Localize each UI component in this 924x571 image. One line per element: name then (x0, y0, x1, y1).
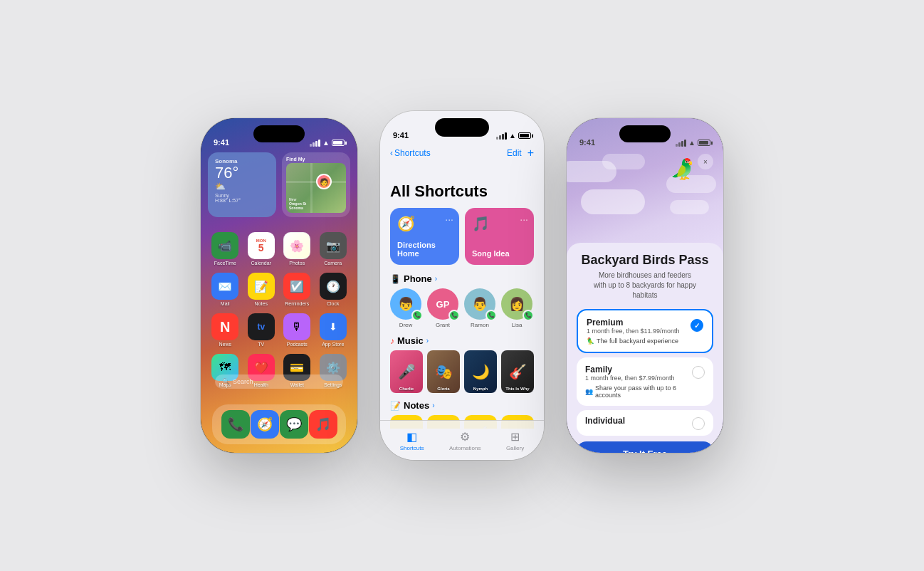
premium-feature-icon: 🦜 (587, 337, 594, 345)
grant-avatar: GP 📞 (427, 288, 458, 320)
app-reminders[interactable]: ☑️ Reminders (283, 273, 312, 306)
clock-label: Clock (327, 301, 340, 306)
dock-messages[interactable]: 💬 (280, 410, 308, 439)
music-cards: 🎤 Charlie 🎭 Gloria 🌙 Nymph 🎸 This Is Why (390, 350, 534, 393)
music-charlie[interactable]: 🎤 Charlie (390, 350, 423, 393)
directions-more-icon[interactable]: ··· (445, 214, 453, 225)
tab-shortcuts[interactable]: ◧ Shortcuts (400, 430, 424, 451)
contact-drew[interactable]: 👦 📞 Drew (390, 288, 421, 328)
family-plan-feature: 👥 Share your pass with up to 6 accounts (585, 384, 692, 399)
findmy-map: 🧑 New Oregon St Sonoma (286, 163, 346, 213)
app-news[interactable]: N News (211, 313, 240, 347)
birds-subtitle: More birdhouses and feeders with up to 8… (577, 271, 713, 300)
signal-icon-2 (496, 132, 507, 140)
news-icon: N (211, 313, 238, 340)
lisa-phone-badge: 📞 (523, 310, 534, 321)
song-icon: 🎵 (472, 215, 527, 232)
grant-name: Grant (436, 322, 450, 328)
contact-ramon[interactable]: 👨 📞 Ramon (464, 288, 495, 328)
notes-section-chevron[interactable]: › (432, 402, 434, 409)
phone-2-shell: 9:41 ▲ ‹ Shortcuts (380, 111, 544, 460)
weather-widget[interactable]: Sonoma 76° ⛅ Sunny H:88° L:57° (208, 152, 276, 217)
shortcuts-nav: ‹ Shortcuts Edit + (380, 142, 544, 162)
app-clock[interactable]: 🕐 Clock (319, 273, 348, 306)
family-feature-icon: 👥 (585, 388, 593, 395)
battery-icon-3 (698, 140, 710, 146)
charlie-label: Charlie (392, 387, 421, 391)
drew-phone-badge: 📞 (411, 310, 423, 321)
directions-icon: 🧭 (397, 215, 452, 232)
phone-1-screen: 9:41 ▲ Sonoma 76° ⛅ (201, 118, 357, 453)
premium-feature-text: The full backyard experience (597, 337, 678, 345)
family-plan-price: 1 month free, then $7.99/month (585, 374, 692, 382)
add-shortcut-button[interactable]: + (527, 147, 534, 159)
app-appstore[interactable]: ⬇ App Store (319, 313, 348, 347)
music-thisiswhy[interactable]: 🎸 This Is Why (501, 350, 534, 393)
song-idea-card[interactable]: 🎵 Song Idea ··· (465, 208, 534, 265)
camera-label: Camera (324, 261, 342, 266)
findmy-label: Find My (286, 157, 346, 162)
individual-plan-card[interactable]: Individual (577, 410, 713, 436)
family-plan-card[interactable]: Family 1 month free, then $7.99/month 👥 … (577, 357, 713, 406)
notes-label: Notes (255, 301, 268, 306)
premium-plan-card[interactable]: Premium 1 month free, then $11.99/month … (577, 309, 713, 353)
dock-music[interactable]: 🎵 (309, 410, 337, 439)
directions-home-card[interactable]: 🧭 Directions Home ··· (390, 208, 459, 265)
app-facetime[interactable]: 📹 FaceTime (211, 232, 240, 266)
automations-tab-icon: ⚙ (460, 430, 470, 444)
app-tv[interactable]: tv TV (247, 313, 276, 347)
status-icons-3: ▲ (676, 139, 710, 147)
tab-automations[interactable]: ⚙ Automations (449, 430, 481, 451)
lisa-avatar: 👩 📞 (501, 288, 532, 320)
dock-phone[interactable]: 📞 (221, 410, 250, 439)
tab-gallery[interactable]: ⊞ Gallery (506, 430, 524, 451)
app-notes[interactable]: 📝 Notes (247, 273, 276, 306)
drew-avatar: 👦 📞 (390, 288, 421, 320)
phone-section-title: Phone (404, 273, 432, 284)
song-more-icon[interactable]: ··· (520, 214, 528, 225)
search-bar[interactable]: 🔍 Search (215, 374, 343, 389)
shortcuts-content: All Shortcuts 🧭 Directions Home ··· 🎵 So… (380, 182, 544, 429)
notes-section-header: 📝 Notes › (390, 400, 534, 411)
premium-radio[interactable] (691, 319, 703, 332)
notes-section-title: Notes (404, 400, 429, 411)
birds-title: Backyard Birds Pass (577, 253, 713, 268)
mail-label: Mail (221, 301, 230, 306)
notes-icon: 📝 (248, 273, 275, 300)
app-podcasts[interactable]: 🎙 Podcasts (283, 313, 312, 347)
findmy-widget[interactable]: Find My 🧑 New Oregon St Sonoma (282, 152, 350, 217)
appstore-icon: ⬇ (320, 313, 347, 340)
phone-2-screen: 9:41 ▲ ‹ Shortcuts (380, 111, 544, 460)
app-camera[interactable]: 📷 Camera (319, 232, 348, 266)
close-button[interactable]: × (698, 154, 713, 169)
cloud-5 (670, 200, 709, 214)
phone-1-shell: 9:41 ▲ Sonoma 76° ⛅ (201, 118, 357, 453)
search-icon: 🔍 (222, 378, 230, 385)
music-gloria[interactable]: 🎭 Gloria (427, 350, 460, 393)
cloud-4 (581, 189, 645, 214)
back-button[interactable]: ‹ Shortcuts (390, 148, 431, 158)
calendar-icon: MON5 (248, 232, 275, 259)
music-section-chevron[interactable]: › (426, 337, 429, 345)
phone-section-chevron[interactable]: › (435, 275, 437, 283)
app-calendar[interactable]: MON5 Calendar (247, 232, 276, 266)
shortcuts-tab-bar: ◧ Shortcuts ⚙ Automations ⊞ Gallery (380, 420, 544, 460)
birds-content: Backyard Birds Pass More birdhouses and … (567, 243, 723, 453)
phone-section-header: 📱 Phone › (390, 273, 534, 284)
individual-radio[interactable] (692, 417, 705, 430)
facetime-label: FaceTime (214, 261, 236, 266)
cloud-2 (602, 154, 645, 169)
family-radio[interactable] (692, 366, 705, 379)
contact-grant[interactable]: GP 📞 Grant (427, 288, 458, 328)
music-nymph[interactable]: 🌙 Nymph (464, 350, 497, 393)
dock-safari[interactable]: 🧭 (251, 410, 279, 439)
appstore-label: App Store (322, 342, 344, 347)
dynamic-island-1 (253, 125, 305, 142)
app-photos[interactable]: 🌸 Photos (283, 232, 312, 266)
try-free-button[interactable]: Try It Free 1 month free, then $11.99/mo… (577, 441, 713, 453)
shortcuts-tab-label: Shortcuts (400, 445, 424, 451)
edit-button[interactable]: Edit (507, 148, 522, 158)
app-mail[interactable]: ✉️ Mail (211, 273, 240, 306)
contact-lisa[interactable]: 👩 📞 Lisa (501, 288, 532, 328)
podcasts-icon: 🎙 (283, 313, 310, 340)
